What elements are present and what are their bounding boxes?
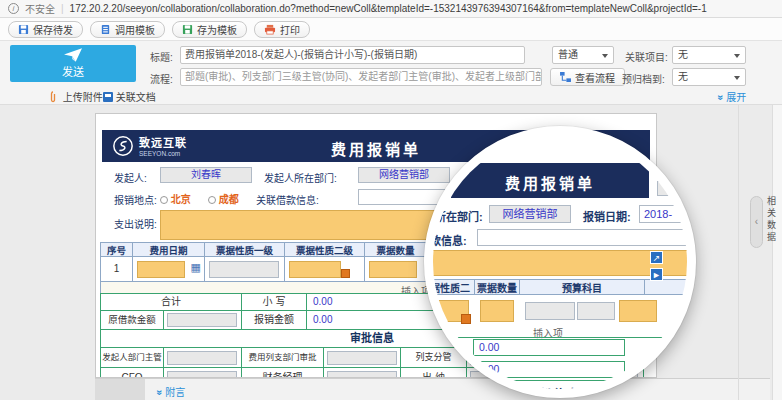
flow-icon bbox=[560, 72, 571, 82]
row1-type2-input[interactable] bbox=[289, 261, 341, 278]
row1-date-cell: ▦ bbox=[132, 256, 205, 282]
magnifier-budget-input2[interactable] bbox=[577, 302, 615, 320]
security-label: 不安全 bbox=[25, 1, 55, 16]
col-header-index: 序号 bbox=[100, 242, 133, 257]
flow-input[interactable]: 部题(审批)、列支部门三级主管(协同)、发起者部门主管(审批)、发起者上级部门部… bbox=[180, 68, 542, 86]
collaboration-meta-panel: 发送 标题: 费用报销单2018-(发起人)-(报销合计小写)-(报销日期) 普… bbox=[0, 41, 782, 105]
total-label-cell: 合计 bbox=[100, 293, 242, 311]
lookup-icon[interactable] bbox=[341, 269, 350, 278]
radio-icon bbox=[160, 196, 168, 204]
cfo-label-cell: CFO bbox=[100, 367, 164, 378]
use-template-button[interactable]: 调用模板 bbox=[90, 21, 165, 38]
template-icon bbox=[100, 24, 111, 35]
postscript-toggle[interactable]: » 附言 bbox=[157, 384, 185, 399]
finance-manager-input[interactable] bbox=[327, 371, 397, 378]
save-as-template-label: 存为模板 bbox=[197, 22, 237, 37]
loan-info-label: 关联借款信息: bbox=[256, 192, 319, 207]
cfo-input[interactable] bbox=[167, 371, 237, 378]
expand-toggle[interactable]: » 展开 bbox=[718, 89, 746, 104]
magnifier-budget-input1[interactable] bbox=[525, 302, 575, 320]
department-label: 发起人所在部门: bbox=[264, 170, 337, 185]
row1-count-input[interactable] bbox=[369, 261, 417, 278]
address-separator: | bbox=[61, 3, 64, 14]
related-project-select[interactable]: 无 bbox=[672, 46, 746, 64]
chevron-down-icon: » bbox=[154, 390, 165, 396]
magnifier-zoom-in-icon[interactable]: ↗ bbox=[650, 251, 663, 264]
related-data-tab-label[interactable]: 相关数据 bbox=[766, 196, 778, 244]
title-label: 标题: bbox=[150, 49, 173, 64]
send-button[interactable]: 发送 bbox=[10, 45, 136, 82]
row1-type1-cell bbox=[204, 256, 285, 282]
save-draft-label: 保存待发 bbox=[33, 22, 73, 37]
radio-icon bbox=[208, 196, 216, 204]
cashier-label-cell: 出 纳 bbox=[400, 367, 467, 378]
reimburse-amount-label-cell: 报销金额 bbox=[241, 310, 307, 330]
archive-label: 预归档到: bbox=[622, 71, 665, 86]
location-radio-beijing[interactable]: 北京 bbox=[160, 191, 191, 206]
expense-note-label: 支出说明: bbox=[114, 216, 157, 231]
finance-manager-cell bbox=[323, 367, 401, 378]
row1-date-input[interactable] bbox=[137, 261, 185, 278]
magnifier-header-bar: 费用报销单 bbox=[451, 163, 649, 198]
info-icon[interactable]: i bbox=[8, 3, 19, 14]
calendar-icon[interactable]: ▦ bbox=[191, 261, 201, 274]
magnifier-pointer-icon[interactable]: ► bbox=[650, 268, 663, 281]
magnifier-amount-value[interactable]: 0.00 bbox=[473, 361, 625, 378]
postscript-label: 附言 bbox=[165, 387, 185, 398]
approver1-label-cell: 发起人部门主管 bbox=[100, 347, 164, 368]
magnifier-lookup-icon[interactable] bbox=[461, 314, 471, 324]
magnifier-words-value[interactable]: 0.00 bbox=[473, 339, 625, 356]
magnifier-grid-line bbox=[428, 337, 692, 338]
magnifier-date-value[interactable]: 2018- bbox=[639, 205, 687, 223]
approver2-cell bbox=[323, 347, 401, 368]
related-doc-label: 关联文档 bbox=[116, 92, 156, 103]
total-words-label-cell: 小 写 bbox=[241, 293, 307, 311]
approver1-input[interactable] bbox=[167, 351, 237, 365]
approver2-input[interactable] bbox=[327, 351, 397, 365]
related-doc-link[interactable]: 关联文档 bbox=[103, 89, 156, 104]
archive-select[interactable]: 无 bbox=[672, 68, 746, 86]
related-project-label: 关联项目: bbox=[625, 49, 668, 64]
postscript-bar: » 附言 bbox=[95, 378, 770, 400]
priority-select[interactable]: 普通 bbox=[552, 46, 614, 64]
magnifier-loan-input[interactable] bbox=[477, 229, 687, 246]
magnifier-budget-input3[interactable] bbox=[619, 300, 657, 322]
print-icon bbox=[264, 24, 276, 35]
magnifier-form-title: 费用报销单 bbox=[451, 172, 649, 193]
row1-index: 1 bbox=[100, 256, 133, 282]
archive-value: 无 bbox=[678, 71, 688, 82]
department-field[interactable]: 网络营销部 bbox=[358, 167, 450, 183]
save-as-template-button[interactable]: 存为模板 bbox=[172, 21, 247, 38]
page-url[interactable]: 172.20.2.20/seeyon/collaboration/collabo… bbox=[70, 3, 707, 14]
use-template-label: 调用模板 bbox=[115, 22, 155, 37]
original-loan-input[interactable] bbox=[167, 313, 237, 327]
chevron-down-icon: » bbox=[715, 95, 726, 101]
approver1-cell bbox=[163, 347, 242, 368]
magnifier-header-budget: 预算科目 bbox=[519, 279, 645, 295]
paperclip-icon bbox=[50, 91, 60, 103]
browser-address-bar[interactable]: i 不安全 | 172.20.2.20/seeyon/collaboration… bbox=[0, 0, 782, 18]
save-draft-button[interactable]: 保存待发 bbox=[8, 21, 83, 38]
row1-type1-input[interactable] bbox=[209, 261, 279, 278]
scrollbar-track[interactable] bbox=[772, 105, 782, 400]
related-data-collapse-tab[interactable]: ‹ bbox=[750, 196, 763, 248]
upload-attachment-link[interactable]: 上传附件 bbox=[50, 89, 103, 104]
location-radio-chengdu[interactable]: 成都 bbox=[208, 191, 239, 206]
magnifier-count-input[interactable] bbox=[480, 300, 514, 322]
magnifier-department-value[interactable]: 网络营销部 bbox=[489, 205, 571, 223]
magnifier-content: 费用报销单 所在部门: 网络营销部 报销日期: 2018- 借款信息: 票据性质… bbox=[433, 135, 687, 389]
print-label: 打印 bbox=[280, 22, 300, 37]
originator-field[interactable]: 刘春晖 bbox=[160, 167, 252, 183]
view-flow-button[interactable]: 查看流程 bbox=[550, 68, 625, 86]
col-header-count: 票据数量 bbox=[364, 242, 427, 257]
print-button[interactable]: 打印 bbox=[254, 21, 310, 38]
magnifier-header-extra bbox=[644, 279, 694, 295]
col-header-date: 费用日期 bbox=[132, 242, 205, 257]
original-loan-label-cell: 原借款金额 bbox=[100, 310, 164, 330]
finance-manager-label-cell: 财务经理 bbox=[241, 367, 324, 378]
row1-type2-cell bbox=[284, 256, 365, 282]
seeyon-collaboration-page: i 不安全 | 172.20.2.20/seeyon/collaboration… bbox=[0, 0, 782, 400]
title-input[interactable]: 费用报销单2018-(发起人)-(报销合计小写)-(报销日期) bbox=[180, 46, 525, 64]
panel-divider bbox=[738, 105, 739, 400]
action-toolbar: 保存待发 调用模板 存为模板 打印 bbox=[0, 18, 782, 41]
